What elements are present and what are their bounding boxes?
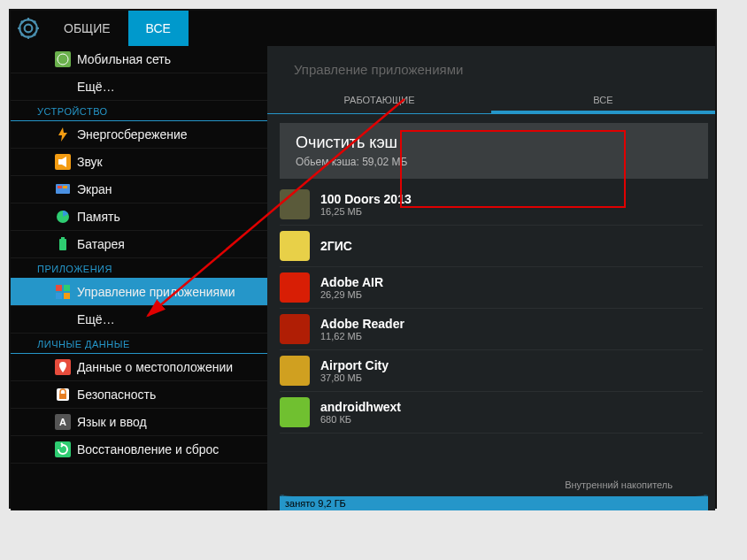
app-size: 11,62 МБ: [320, 331, 404, 341]
sidebar-item-label: Язык и ввод: [77, 415, 147, 429]
sidebar-item-mobile-network[interactable]: Мобильная сеть: [11, 46, 267, 73]
pie-icon: [55, 209, 71, 225]
app-row[interactable]: 100 Doors 2013 16,25 МБ: [280, 184, 703, 226]
svg-point-1: [25, 25, 33, 33]
sidebar-item-label: Ещё…: [77, 312, 115, 326]
app-name: Adobe AIR: [320, 275, 383, 289]
sidebar-item-manage-apps[interactable]: Управление приложениями: [11, 279, 267, 306]
app-icon: [280, 231, 310, 261]
svg-line-8: [21, 34, 23, 35]
reset-icon: [55, 441, 71, 457]
storage-used: занято 9,2 ГБ: [280, 496, 708, 510]
sidebar-item-power-saving[interactable]: Энергосбережение: [11, 121, 267, 149]
app-name: Adobe Reader: [320, 317, 404, 331]
app-icon: [280, 272, 310, 303]
app-name: androidhwext: [320, 400, 401, 414]
tab-all[interactable]: ВСЕ: [128, 11, 189, 46]
app-icon: [280, 314, 310, 344]
app-size: 26,29 МБ: [320, 289, 383, 300]
location-icon: [55, 359, 71, 375]
sidebar-item-label: Батарея: [77, 237, 125, 251]
apps-icon: [55, 284, 71, 300]
sidebar-item-label: Энергосбережение: [77, 127, 188, 142]
sidebar-item-battery[interactable]: Батарея: [11, 231, 267, 258]
app-icon: [280, 189, 310, 219]
app-management-pane: Управление приложениями РАБОТАЮЩИЕ ВСЕ О…: [267, 46, 715, 510]
app-icon: [280, 356, 310, 386]
section-personal: ЛИЧНЫЕ ДАННЫЕ: [11, 334, 267, 354]
battery-icon: [55, 236, 71, 252]
sidebar-item-label: Безопасность: [77, 387, 156, 402]
app-name: 100 Doors 2013: [320, 192, 412, 206]
globe-icon: [55, 51, 71, 67]
svg-line-6: [21, 21, 23, 23]
svg-rect-14: [56, 184, 70, 194]
app-size: 37,80 МБ: [320, 372, 389, 383]
svg-line-9: [34, 21, 35, 23]
settings-sidebar: Мобильная сеть Ещё… УСТРОЙСТВО Энергосбе…: [11, 46, 267, 510]
svg-rect-18: [59, 239, 66, 250]
subtab-running[interactable]: РАБОТАЮЩИЕ: [267, 89, 491, 113]
sidebar-item-label: Мобильная сеть: [77, 52, 171, 66]
tab-general[interactable]: ОБЩИЕ: [46, 11, 128, 46]
clear-cache-button[interactable]: Очистить кэш Обьем кэша: 59,02 МБ: [280, 123, 708, 179]
sidebar-item-security[interactable]: Безопасность: [11, 381, 267, 409]
sidebar-item-backup-reset[interactable]: Восстановление и сброс: [11, 436, 267, 464]
sidebar-item-more-1[interactable]: Ещё…: [11, 73, 267, 101]
section-apps: ПРИЛОЖЕНИЯ: [11, 258, 267, 279]
bolt-icon: [55, 127, 71, 142]
sidebar-item-label: Восстановление и сброс: [77, 442, 219, 456]
sidebar-item-label: Экран: [77, 182, 112, 196]
svg-rect-19: [61, 237, 65, 239]
app-row[interactable]: 2ГИС: [280, 226, 703, 267]
subtab-all[interactable]: ВСЕ: [491, 89, 715, 113]
svg-rect-26: [59, 394, 66, 399]
sidebar-item-label: Ещё…: [77, 80, 115, 94]
sidebar-item-location[interactable]: Данные о местоположении: [11, 354, 267, 381]
svg-rect-20: [56, 285, 62, 291]
display-icon: [55, 181, 71, 197]
app-row[interactable]: Adobe AIR 26,29 МБ: [280, 267, 703, 309]
sidebar-item-display[interactable]: Экран: [11, 176, 267, 203]
svg-rect-13: [58, 159, 62, 165]
sidebar-item-sound[interactable]: Звук: [11, 149, 267, 176]
sidebar-item-more-2[interactable]: Ещё…: [11, 306, 267, 334]
svg-rect-22: [56, 293, 62, 299]
settings-icon: [11, 11, 46, 46]
speaker-icon: [55, 154, 71, 170]
app-row[interactable]: Airport City 37,80 МБ: [280, 350, 703, 392]
app-name: 2ГИС: [320, 239, 352, 253]
sidebar-item-label: Звук: [77, 155, 103, 169]
sidebar-item-language[interactable]: A Язык и ввод: [11, 409, 267, 436]
app-row[interactable]: Adobe Reader 11,62 МБ: [280, 309, 703, 350]
svg-rect-16: [63, 186, 67, 188]
app-row[interactable]: androidhwext 680 КБ: [280, 392, 703, 433]
app-size: 16,25 МБ: [320, 206, 412, 217]
storage-label: Внутренний накопитель: [280, 479, 708, 490]
lang-icon: A: [55, 414, 71, 430]
app-size: 680 КБ: [320, 414, 401, 425]
section-device: УСТРОЙСТВО: [11, 101, 267, 121]
sidebar-item-memory[interactable]: Память: [11, 203, 267, 231]
sidebar-item-label: Память: [77, 210, 120, 224]
sidebar-item-label: Данные о местоположении: [77, 360, 233, 374]
svg-rect-23: [64, 293, 70, 299]
svg-rect-21: [64, 285, 70, 291]
clear-cache-subtitle: Обьем кэша: 59,02 МБ: [296, 156, 692, 168]
svg-rect-15: [58, 186, 62, 188]
app-name: Airport City: [320, 358, 389, 372]
lock-icon: [55, 387, 71, 403]
clear-cache-title: Очистить кэш: [296, 134, 692, 152]
svg-line-7: [34, 34, 35, 35]
svg-text:A: A: [59, 417, 66, 427]
sidebar-item-label: Управление приложениями: [77, 285, 235, 299]
page-title: Управление приложениями: [267, 46, 715, 89]
app-icon: [280, 397, 310, 427]
